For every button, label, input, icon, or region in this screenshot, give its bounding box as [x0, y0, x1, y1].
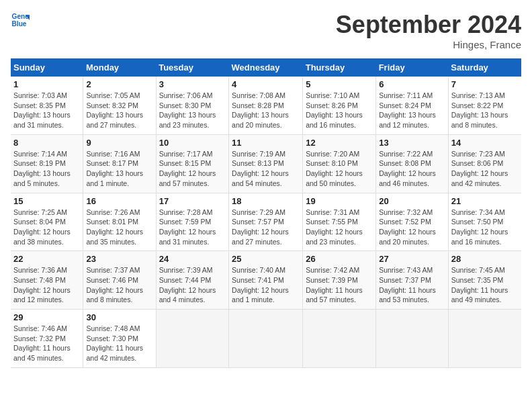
- day-info: Sunrise: 7:10 AM Sunset: 8:26 PM Dayligh…: [306, 91, 373, 130]
- calendar-cell: 28Sunrise: 7:45 AM Sunset: 7:35 PM Dayli…: [448, 251, 521, 310]
- calendar-cell: [448, 310, 521, 368]
- day-info: Sunrise: 7:46 AM Sunset: 7:32 PM Dayligh…: [13, 324, 80, 363]
- header-saturday: Saturday: [448, 58, 521, 77]
- calendar-cell: 4Sunrise: 7:08 AM Sunset: 8:28 PM Daylig…: [229, 77, 303, 134]
- day-number: 4: [232, 79, 300, 89]
- day-info: Sunrise: 7:32 AM Sunset: 7:52 PM Dayligh…: [379, 208, 445, 247]
- day-number: 20: [379, 196, 445, 206]
- calendar-cell: 25Sunrise: 7:40 AM Sunset: 7:41 PM Dayli…: [229, 251, 303, 310]
- calendar-cell: 3Sunrise: 7:06 AM Sunset: 8:30 PM Daylig…: [156, 77, 228, 134]
- day-info: Sunrise: 7:17 AM Sunset: 8:15 PM Dayligh…: [159, 149, 226, 189]
- header-thursday: Thursday: [303, 58, 376, 77]
- day-number: 18: [232, 196, 300, 206]
- day-number: 15: [13, 196, 80, 206]
- calendar-cell: 23Sunrise: 7:37 AM Sunset: 7:46 PM Dayli…: [83, 251, 156, 310]
- day-number: 7: [451, 79, 519, 89]
- week-row-1: 1Sunrise: 7:03 AM Sunset: 8:35 PM Daylig…: [11, 77, 521, 134]
- day-info: Sunrise: 7:29 AM Sunset: 7:57 PM Dayligh…: [232, 208, 300, 247]
- day-info: Sunrise: 7:20 AM Sunset: 8:10 PM Dayligh…: [306, 149, 373, 189]
- day-number: 30: [86, 312, 152, 322]
- day-number: 5: [306, 79, 373, 89]
- day-info: Sunrise: 7:37 AM Sunset: 7:46 PM Dayligh…: [86, 265, 152, 305]
- calendar-cell: 7Sunrise: 7:13 AM Sunset: 8:22 PM Daylig…: [448, 77, 521, 134]
- calendar-cell: 11Sunrise: 7:19 AM Sunset: 8:13 PM Dayli…: [229, 134, 303, 193]
- day-info: Sunrise: 7:48 AM Sunset: 7:30 PM Dayligh…: [86, 324, 152, 363]
- day-info: Sunrise: 7:28 AM Sunset: 7:59 PM Dayligh…: [159, 208, 226, 247]
- day-number: 17: [159, 196, 226, 206]
- calendar-cell: 14Sunrise: 7:23 AM Sunset: 8:06 PM Dayli…: [448, 134, 521, 193]
- day-number: 19: [306, 196, 373, 206]
- calendar-cell: [229, 310, 303, 368]
- calendar-cell: 6Sunrise: 7:11 AM Sunset: 8:24 PM Daylig…: [376, 77, 449, 134]
- header-sunday: Sunday: [11, 58, 83, 77]
- week-row-3: 15Sunrise: 7:25 AM Sunset: 8:04 PM Dayli…: [11, 193, 521, 251]
- day-info: Sunrise: 7:34 AM Sunset: 7:50 PM Dayligh…: [451, 208, 519, 247]
- day-number: 8: [13, 138, 80, 148]
- calendar-cell: 17Sunrise: 7:28 AM Sunset: 7:59 PM Dayli…: [156, 193, 228, 251]
- day-number: 14: [451, 138, 519, 148]
- week-row-4: 22Sunrise: 7:36 AM Sunset: 7:48 PM Dayli…: [11, 251, 521, 310]
- day-number: 29: [13, 312, 80, 322]
- day-info: Sunrise: 7:42 AM Sunset: 7:39 PM Dayligh…: [306, 265, 373, 305]
- day-number: 28: [451, 254, 519, 264]
- calendar-cell: 1Sunrise: 7:03 AM Sunset: 8:35 PM Daylig…: [11, 77, 83, 134]
- day-number: 13: [379, 138, 445, 148]
- day-info: Sunrise: 7:36 AM Sunset: 7:48 PM Dayligh…: [13, 265, 80, 305]
- day-info: Sunrise: 7:03 AM Sunset: 8:35 PM Dayligh…: [13, 91, 80, 130]
- page-header: General Blue September 2024 Hinges, Fran…: [11, 11, 521, 50]
- calendar-cell: [376, 310, 449, 368]
- day-number: 25: [232, 254, 300, 264]
- day-info: Sunrise: 7:23 AM Sunset: 8:06 PM Dayligh…: [451, 149, 519, 189]
- day-info: Sunrise: 7:40 AM Sunset: 7:41 PM Dayligh…: [232, 265, 300, 305]
- day-number: 3: [159, 79, 226, 89]
- header-row: SundayMondayTuesdayWednesdayThursdayFrid…: [11, 58, 521, 77]
- day-number: 9: [86, 138, 152, 148]
- calendar-cell: 12Sunrise: 7:20 AM Sunset: 8:10 PM Dayli…: [303, 134, 376, 193]
- day-number: 22: [13, 254, 80, 264]
- header-tuesday: Tuesday: [156, 58, 228, 77]
- calendar-cell: 27Sunrise: 7:43 AM Sunset: 7:37 PM Dayli…: [376, 251, 449, 310]
- day-number: 12: [306, 138, 373, 148]
- week-row-5: 29Sunrise: 7:46 AM Sunset: 7:32 PM Dayli…: [11, 310, 521, 368]
- day-number: 23: [86, 254, 152, 264]
- calendar-cell: 8Sunrise: 7:14 AM Sunset: 8:19 PM Daylig…: [11, 134, 83, 193]
- day-info: Sunrise: 7:06 AM Sunset: 8:30 PM Dayligh…: [159, 91, 226, 130]
- calendar-cell: 10Sunrise: 7:17 AM Sunset: 8:15 PM Dayli…: [156, 134, 228, 193]
- calendar-cell: 15Sunrise: 7:25 AM Sunset: 8:04 PM Dayli…: [11, 193, 83, 251]
- day-info: Sunrise: 7:45 AM Sunset: 7:35 PM Dayligh…: [451, 265, 519, 305]
- calendar-cell: [156, 310, 228, 368]
- day-number: 21: [451, 196, 519, 206]
- calendar-cell: 13Sunrise: 7:22 AM Sunset: 8:08 PM Dayli…: [376, 134, 449, 193]
- day-number: 10: [159, 138, 226, 148]
- day-info: Sunrise: 7:25 AM Sunset: 8:04 PM Dayligh…: [13, 208, 80, 247]
- day-info: Sunrise: 7:13 AM Sunset: 8:22 PM Dayligh…: [451, 91, 519, 130]
- calendar-cell: 18Sunrise: 7:29 AM Sunset: 7:57 PM Dayli…: [229, 193, 303, 251]
- calendar-cell: 19Sunrise: 7:31 AM Sunset: 7:55 PM Dayli…: [303, 193, 376, 251]
- day-number: 16: [86, 196, 152, 206]
- calendar-cell: 2Sunrise: 7:05 AM Sunset: 8:32 PM Daylig…: [83, 77, 156, 134]
- day-number: 26: [306, 254, 373, 264]
- week-row-2: 8Sunrise: 7:14 AM Sunset: 8:19 PM Daylig…: [11, 134, 521, 193]
- calendar-table: SundayMondayTuesdayWednesdayThursdayFrid…: [11, 58, 521, 368]
- calendar-cell: 9Sunrise: 7:16 AM Sunset: 8:17 PM Daylig…: [83, 134, 156, 193]
- day-info: Sunrise: 7:11 AM Sunset: 8:24 PM Dayligh…: [379, 91, 445, 130]
- day-info: Sunrise: 7:16 AM Sunset: 8:17 PM Dayligh…: [86, 149, 152, 189]
- calendar-cell: 24Sunrise: 7:39 AM Sunset: 7:44 PM Dayli…: [156, 251, 228, 310]
- calendar-cell: 22Sunrise: 7:36 AM Sunset: 7:48 PM Dayli…: [11, 251, 83, 310]
- day-info: Sunrise: 7:39 AM Sunset: 7:44 PM Dayligh…: [159, 265, 226, 305]
- logo: General Blue: [11, 11, 30, 30]
- calendar-cell: 26Sunrise: 7:42 AM Sunset: 7:39 PM Dayli…: [303, 251, 376, 310]
- calendar-cell: 29Sunrise: 7:46 AM Sunset: 7:32 PM Dayli…: [11, 310, 83, 368]
- day-info: Sunrise: 7:05 AM Sunset: 8:32 PM Dayligh…: [86, 91, 152, 130]
- day-number: 11: [232, 138, 300, 148]
- day-info: Sunrise: 7:19 AM Sunset: 8:13 PM Dayligh…: [232, 149, 300, 189]
- day-number: 6: [379, 79, 445, 89]
- calendar-cell: 21Sunrise: 7:34 AM Sunset: 7:50 PM Dayli…: [448, 193, 521, 251]
- title-block: September 2024 Hinges, France: [336, 11, 521, 50]
- day-info: Sunrise: 7:08 AM Sunset: 8:28 PM Dayligh…: [232, 91, 300, 130]
- header-wednesday: Wednesday: [229, 58, 303, 77]
- day-info: Sunrise: 7:31 AM Sunset: 7:55 PM Dayligh…: [306, 208, 373, 247]
- calendar-cell: 5Sunrise: 7:10 AM Sunset: 8:26 PM Daylig…: [303, 77, 376, 134]
- day-number: 1: [13, 79, 80, 89]
- svg-text:Blue: Blue: [12, 20, 27, 28]
